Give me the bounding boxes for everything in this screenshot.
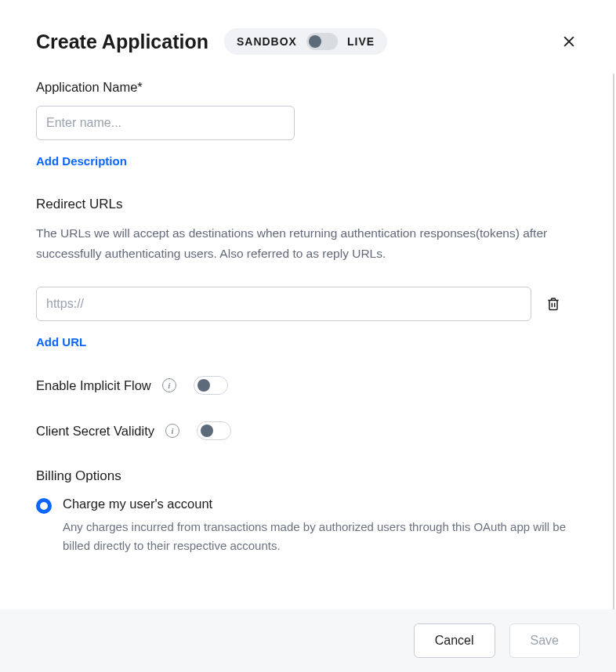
trash-icon xyxy=(545,295,561,313)
live-label: LIVE xyxy=(347,35,375,48)
delete-url-button[interactable] xyxy=(545,295,561,313)
add-description-link[interactable]: Add Description xyxy=(36,154,127,168)
cancel-button[interactable]: Cancel xyxy=(414,623,495,658)
app-name-label: Application Name* xyxy=(36,80,577,95)
billing-heading: Billing Options xyxy=(36,468,577,484)
info-icon[interactable]: i xyxy=(165,424,179,438)
implicit-flow-row: Enable Implicit Flow i xyxy=(36,376,577,395)
info-icon[interactable]: i xyxy=(162,378,176,392)
modal-header: Create Application SANDBOX LIVE xyxy=(0,0,616,74)
environment-toggle: SANDBOX LIVE xyxy=(224,28,387,55)
redirect-url-row xyxy=(36,287,577,321)
close-icon xyxy=(561,34,577,49)
toggle-knob xyxy=(309,35,321,48)
app-name-input[interactable] xyxy=(36,106,295,140)
billing-option-desc: Any charges incurred from transactions m… xyxy=(63,518,577,555)
client-secret-row: Client Secret Validity i xyxy=(36,421,577,440)
billing-radio-user-account[interactable] xyxy=(36,498,52,514)
billing-option-row: Charge my user's account Any charges inc… xyxy=(36,497,577,555)
toggle-knob xyxy=(201,425,213,437)
client-secret-toggle[interactable] xyxy=(197,421,231,440)
modal-footer: Cancel Save xyxy=(0,609,616,672)
redirect-help-text: The URLs we will accept as destinations … xyxy=(36,223,577,263)
client-secret-label: Client Secret Validity xyxy=(36,424,154,439)
save-button[interactable]: Save xyxy=(509,623,580,658)
close-button[interactable] xyxy=(558,31,580,52)
toggle-knob xyxy=(197,379,210,392)
redirect-heading: Redirect URLs xyxy=(36,197,577,212)
billing-option-title: Charge my user's account xyxy=(63,497,577,511)
env-toggle-switch[interactable] xyxy=(306,33,338,50)
redirect-url-input[interactable] xyxy=(36,287,531,321)
sandbox-label: SANDBOX xyxy=(237,35,297,48)
modal-content: Application Name* Add Description Redire… xyxy=(0,74,614,609)
implicit-flow-toggle[interactable] xyxy=(194,376,228,395)
implicit-flow-label: Enable Implicit Flow xyxy=(36,378,151,393)
radio-content: Charge my user's account Any charges inc… xyxy=(63,497,577,555)
page-title: Create Application xyxy=(36,31,208,53)
add-url-link[interactable]: Add URL xyxy=(36,335,86,349)
